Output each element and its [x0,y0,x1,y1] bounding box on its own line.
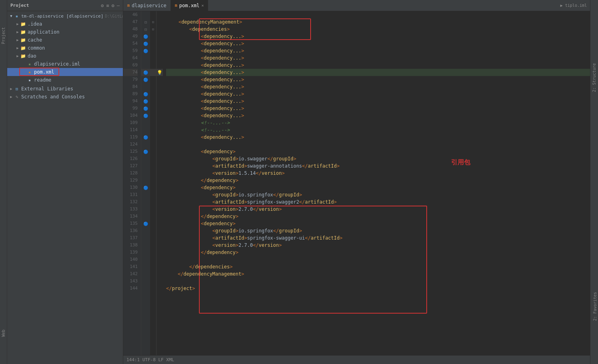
lb-49 [157,33,163,40]
lb-69 [157,62,163,69]
project-tab-label[interactable]: Project [0,24,6,47]
tree-item-dao[interactable]: ▶ 📁 dao [7,52,123,60]
lb-46 [157,11,163,18]
gutter-131 [141,191,150,198]
fold-54 [150,40,156,47]
minimize-icon[interactable]: — [117,3,120,8]
project-tree: ▼ ▪ tm-dl-apiservice [dlapiservice] D:\G… [7,11,123,364]
structure-tab[interactable]: 2: Structure [591,60,597,95]
tree-item-readme[interactable]: ▪ readme [7,76,123,84]
tab-dlapiservice[interactable]: m dlapiservice [123,0,171,11]
indent-130 [166,184,201,191]
tree-item-iml[interactable]: ▪ dlapiservice.iml [7,60,123,68]
gutter-99: 🔵 [141,105,150,112]
fold-137 [150,234,156,242]
indent-126 [166,155,213,162]
tree-label-dao: dao [28,53,36,59]
lightbulb-gutter: 💡 [157,11,163,355]
tree-arrow-idea: ▶ [15,22,20,26]
code-line-141: </dependencies> [166,263,590,270]
fold-143 [150,278,156,285]
tree-item-pom-xml[interactable]: ▪ pom.xml [7,68,123,76]
project-panel: Project ⚙ ≡ ⚙ — ▼ ▪ tm-dl-apiservice [dl… [7,0,123,364]
indent-64 [166,54,201,62]
tree-item-idea[interactable]: ▶ 📁 .idea [7,20,123,28]
lb-84 [157,83,163,90]
code-line-136: <groupId>io.springfox</groupId> [166,227,590,234]
gutter-114 [141,126,150,134]
gutter-48[interactable]: ⊟ [141,26,150,33]
tree-arrow-root: ▼ [9,14,14,18]
indent-136 [166,227,213,234]
code-line-99: <dependency...> [166,105,590,112]
fold-64 [150,54,156,62]
favorites-tab[interactable]: 2: Favorites [592,289,598,324]
code-line-74: <dependency...> [166,69,590,76]
tab-close-pom[interactable]: ✕ [201,3,204,8]
lb-59 [157,47,163,54]
gutter-136 [141,227,150,234]
gutter-126 [141,155,150,162]
panel-header: Project ⚙ ≡ ⚙ — [7,0,123,11]
lb-74[interactable]: 💡 [157,69,163,76]
folder-icon-cache: 📁 [20,37,26,43]
lb-79 [157,76,163,83]
indent-59 [166,47,201,54]
settings-icon[interactable]: ≡ [106,3,109,8]
tree-arrow-application: ▶ [15,30,20,34]
gutter-79: 🔵 [141,76,150,83]
tab-pom-xml[interactable]: m pom.xml ✕ [171,0,209,11]
tree-item-root[interactable]: ▼ ▪ tm-dl-apiservice [dlapiservice] D:\G… [7,12,123,20]
tree-arrow-common: ▶ [15,46,20,50]
indent-109 [166,119,201,126]
code-line-140 [166,256,590,263]
fold-59 [150,47,156,54]
code-line-138: <version>2.7.0</version> [166,242,590,249]
tree-label-extlibs: External Libraries [21,86,73,92]
code-line-142: </dependencyManagement> [166,270,590,278]
lb-64 [157,54,163,62]
indent-133 [166,206,213,213]
indent-74 [166,69,201,76]
tree-label-application: application [28,29,59,35]
tree-item-external-libs[interactable]: ▶ ⊞ External Libraries [7,85,123,93]
web-tab-label[interactable]: Web [0,326,6,340]
tree-arrow-extlibs: ▶ [9,87,14,91]
tree-item-cache[interactable]: ▶ 📁 cache [7,36,123,44]
code-line-131: <groupId>io.springfox</groupId> [166,191,590,198]
code-line-137: <artifactId>springfox-swagger-ui</artifa… [166,234,590,242]
gutter-104: 🔵 [141,112,150,119]
fold-134 [150,213,156,220]
sync-icon[interactable]: ⚙ [101,3,104,8]
indent-54 [166,40,201,47]
tree-item-common[interactable]: ▶ 📁 common [7,44,123,52]
gutter-64 [141,54,150,62]
config-icon[interactable]: ⚙ [112,3,114,8]
gutter-47[interactable]: ⊟ [141,18,150,26]
fold-69 [150,62,156,69]
fold-119 [150,134,156,141]
code-line-54: <dependency...> [166,40,590,47]
code-line-119: <dependency...> [166,134,590,141]
indent-129 [166,177,201,184]
lightbulb-icon[interactable]: 💡 [157,70,163,75]
scratches-icon: ✎ [14,94,20,100]
fold-129 [150,177,156,184]
tree-item-scratches[interactable]: ▶ ✎ Scratches and Consoles [7,93,123,101]
fold-48[interactable]: ⊟ [150,26,156,33]
code-line-132: <artifactId>springfox-swagger2</artifact… [166,198,590,206]
gutter-49: 🔵 [141,33,150,40]
code-line-94: <dependency...> [166,98,590,105]
tab-hint: ▶ tiplo.iml [560,3,587,8]
indent-99 [166,105,201,112]
code-line-49: <dependency...> [166,33,590,40]
tree-item-application[interactable]: ▶ 📁 application [7,28,123,36]
code-line-114: <!--...--> [166,126,590,134]
fold-47[interactable]: ⊟ [150,18,156,26]
code-line-89: <dependency...> [166,90,590,98]
code-content[interactable]: 引用包 <dependencyManagement> <dependencies… [163,11,590,355]
fold-138 [150,242,156,249]
gutter-54: 🔵 [141,40,150,47]
fold-104 [150,112,156,119]
lb-rest [157,119,163,126]
